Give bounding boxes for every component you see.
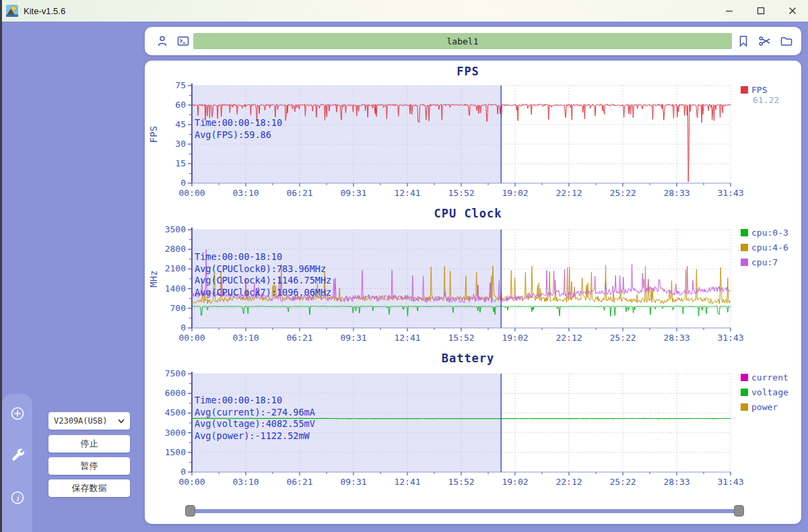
legend-label: cpu:0-3 (751, 228, 788, 238)
x-tick-label: 31:43 (717, 333, 743, 343)
overlay-stat-text: Time:00:00-18:10 (195, 251, 282, 262)
window-title: Kite-v1.5.6 (24, 6, 65, 16)
overlay-stat-text: Avg(CPUClock7):1096.06MHz (195, 287, 331, 298)
close-button[interactable] (776, 0, 808, 22)
slider-handle-left[interactable] (185, 505, 195, 517)
x-tick-label: 12:41 (394, 333, 420, 343)
y-tick-label: 75 (175, 80, 186, 90)
x-tick-label: 15:52 (448, 477, 474, 487)
x-tick-label: 00:00 (178, 333, 205, 343)
overlay-stat-text: Time:00:00-18:10 (195, 117, 282, 128)
slider-track[interactable] (189, 509, 741, 513)
chart-panel: 0153045607500:0003:1006:2109:3112:4115:5… (145, 61, 801, 524)
overlay-stat-text: Time:00:00-18:10 (195, 395, 282, 405)
time-range-slider[interactable] (185, 505, 744, 517)
y-tick-label: 0 (180, 467, 186, 477)
y-axis-label: MHz (148, 270, 159, 287)
x-tick-label: 28:33 (663, 333, 689, 343)
x-tick-label: 25:22 (609, 477, 636, 487)
user-icon (156, 34, 169, 48)
device-select[interactable]: V2309A(USB) (48, 412, 130, 430)
chart-title: CPU Clock (434, 207, 502, 220)
window-left-edge (0, 0, 2, 532)
app-icon (6, 5, 18, 17)
legend-item: cpu:0-3 (741, 228, 788, 238)
y-tick-label: 0 (180, 323, 186, 333)
legend-label: power (751, 402, 778, 412)
x-tick-label: 22:12 (556, 188, 582, 198)
x-tick-label: 22:12 (556, 333, 582, 343)
wrench-icon (9, 447, 26, 463)
overlay-stat-text: Avg(CPUClock0):783.96MHz (195, 263, 326, 274)
x-tick-label: 19:02 (502, 477, 528, 487)
bookmark-button[interactable] (737, 34, 750, 48)
x-tick-label: 12:41 (394, 188, 420, 198)
fps-chart: 0153045607500:0003:1006:2109:3112:4115:5… (148, 65, 779, 198)
y-tick-label: 2800 (165, 244, 186, 254)
user-button[interactable] (156, 34, 169, 48)
bookmark-icon (737, 34, 750, 48)
overlay-stat-text: Avg(CPUClock4):1146.75MHz (195, 275, 331, 286)
settings-button[interactable] (9, 447, 26, 463)
legend-item: power (741, 402, 778, 412)
titlebar: Kite-v1.5.6 (0, 0, 808, 22)
x-tick-label: 25:22 (609, 333, 636, 343)
x-tick-label: 09:31 (340, 333, 366, 343)
cut-button[interactable] (758, 34, 772, 48)
maximize-icon (757, 7, 765, 15)
x-tick-label: 15:52 (448, 188, 474, 198)
add-button[interactable] (9, 405, 26, 422)
terminal-icon (176, 34, 190, 48)
stop-button[interactable]: 停止 (48, 435, 130, 453)
info-icon: i (10, 490, 25, 505)
y-tick-label: 700 (170, 303, 186, 313)
open-folder-button[interactable] (780, 34, 793, 48)
x-tick-label: 06:21 (286, 477, 312, 487)
y-tick-label: 7500 (165, 368, 186, 378)
minimize-button[interactable] (713, 0, 745, 22)
y-tick-label: 45 (175, 119, 186, 129)
maximize-button[interactable] (745, 0, 776, 22)
y-tick-label: 6000 (165, 388, 186, 398)
x-tick-label: 09:31 (340, 188, 366, 198)
overlay-stat-text: Avg(FPS):59.86 (195, 129, 271, 140)
slider-handle-right[interactable] (734, 505, 744, 517)
info-button[interactable]: i (9, 490, 26, 506)
pause-button[interactable]: 暂停 (48, 457, 130, 475)
toolbar: label1 (145, 27, 801, 55)
y-tick-label: 2100 (165, 263, 186, 273)
overlay-stat-text: Avg(voltage):4082.55mV (195, 418, 315, 429)
x-tick-label: 19:02 (502, 188, 528, 198)
device-select-value: V2309A(USB) (54, 416, 107, 426)
scissors-icon (758, 34, 772, 48)
chart-title: FPS (457, 65, 479, 78)
side-rail: i (2, 394, 32, 532)
y-tick-label: 60 (175, 100, 186, 110)
save-data-button[interactable]: 保存数据 (48, 479, 130, 497)
legend-label: FPS (751, 85, 767, 95)
x-tick-label: 15:52 (448, 333, 474, 343)
x-tick-label: 03:10 (232, 333, 259, 343)
legend-item: current (741, 372, 788, 383)
legend-label: current (751, 372, 788, 383)
x-tick-label: 12:41 (394, 477, 420, 487)
cpu-clock-chart: 0700140021002800350000:0003:1006:2109:31… (148, 207, 788, 343)
y-tick-label: 1500 (165, 447, 186, 457)
battery-chart: 01500300045006000750000:0003:1006:2109:3… (165, 352, 788, 487)
x-tick-label: 19:02 (502, 333, 528, 343)
x-tick-label: 28:33 (663, 188, 689, 198)
chart-title: Battery (442, 352, 495, 365)
legend-label: cpu:4-6 (751, 242, 788, 253)
y-tick-label: 30 (175, 139, 186, 149)
overlay-stat-text: Avg(current):-274.96mA (195, 407, 315, 418)
x-tick-label: 00:00 (178, 188, 205, 198)
legend-item: cpu:7 (741, 257, 778, 267)
x-tick-label: 28:33 (663, 477, 689, 487)
terminal-button[interactable] (176, 34, 190, 48)
x-tick-label: 09:31 (340, 477, 366, 487)
x-tick-label: 06:21 (286, 188, 312, 198)
label-field[interactable]: label1 (193, 33, 732, 49)
main-area: i V2309A(USB) 停止 暂停 保存数据 label1 (0, 22, 808, 532)
y-axis-label: FPS (148, 126, 159, 143)
y-tick-label: 4500 (165, 407, 186, 418)
